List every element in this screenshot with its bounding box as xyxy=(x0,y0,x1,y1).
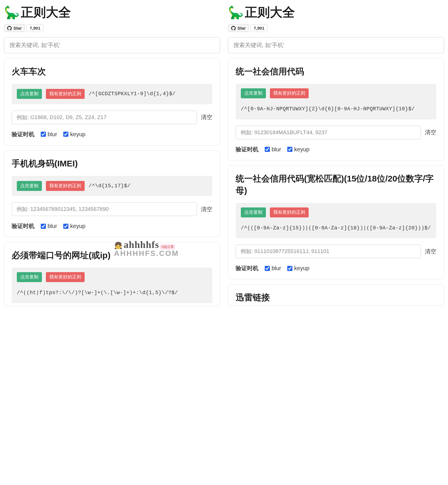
page-title: 🦕 正则大全 xyxy=(4,4,220,21)
star-label: Star xyxy=(13,26,22,30)
github-star-count[interactable]: 7,901 xyxy=(251,24,268,32)
search-input[interactable] xyxy=(228,37,444,53)
blur-checkbox-label[interactable]: blur xyxy=(41,223,57,229)
github-star-button[interactable]: Star xyxy=(4,24,25,32)
blur-checkbox[interactable] xyxy=(265,147,270,152)
title-text: 正则大全 xyxy=(21,4,71,21)
example-input[interactable] xyxy=(12,111,197,124)
keyup-checkbox-label[interactable]: keyup xyxy=(287,146,309,153)
input-row: 清空 xyxy=(236,126,436,139)
blur-checkbox[interactable] xyxy=(265,266,270,271)
github-star-button[interactable]: Star xyxy=(228,24,249,32)
input-row: 清空 xyxy=(12,111,212,124)
regex-block: 点击复制 我有更好的正则 /^[GCDZTSPKXLY1-9]\d{1,4}$/ xyxy=(12,84,212,104)
blur-checkbox-label[interactable]: blur xyxy=(265,265,281,272)
github-icon xyxy=(231,26,236,30)
github-star-count[interactable]: 7,901 xyxy=(27,24,44,32)
copy-button[interactable]: 点击复制 xyxy=(17,89,42,99)
github-icon xyxy=(7,26,12,30)
regex-card: 迅雷链接 xyxy=(228,284,444,305)
regex-code: /^(([0-9A-Za-z]{15})|([0-9A-Za-z]{18})|(… xyxy=(241,223,431,234)
search-input[interactable] xyxy=(4,37,220,53)
verify-label: 验证时机 xyxy=(236,146,258,153)
regex-card: 手机机身码(IMEI) 点击复制 我有更好的正则 /^\d{15,17}$/ 清… xyxy=(4,150,220,237)
regex-code: /^[0-9A-HJ-NPQRTUWXY]{2}\d{6}[0-9A-HJ-NP… xyxy=(241,103,415,115)
example-input[interactable] xyxy=(236,244,421,258)
verify-row: 验证时机 blur keyup xyxy=(236,146,436,153)
verify-label: 验证时机 xyxy=(236,264,258,272)
keyup-checkbox-label[interactable]: keyup xyxy=(63,131,85,138)
github-badge: Star 7,901 xyxy=(4,24,220,32)
verify-label: 验证时机 xyxy=(12,222,34,230)
dino-icon: 🦕 xyxy=(228,5,244,20)
blur-text: blur xyxy=(48,223,57,229)
card-title: 统一社会信用代码(宽松匹配)(15位/18位/20位数字/字母) xyxy=(236,173,436,197)
input-row: 清空 xyxy=(236,244,436,258)
clear-button[interactable]: 清空 xyxy=(425,129,436,136)
verify-row: 验证时机 blur keyup xyxy=(12,131,212,138)
copy-button[interactable]: 点击复制 xyxy=(17,272,42,282)
input-row: 清空 xyxy=(12,202,212,216)
regex-block: 点击复制 我有更好的正则 /^(([0-9A-Za-z]{15})|([0-9A… xyxy=(236,203,436,239)
header: 🦕 正则大全 Star 7,901 xyxy=(4,4,220,32)
example-input[interactable] xyxy=(236,126,421,139)
regex-card: 统一社会信用代码(宽松匹配)(15位/18位/20位数字/字母) 点击复制 我有… xyxy=(228,166,444,280)
better-regex-button[interactable]: 我有更好的正则 xyxy=(46,89,85,99)
header: 🦕 正则大全 Star 7,901 xyxy=(228,4,444,32)
blur-text: blur xyxy=(272,146,281,153)
better-regex-button[interactable]: 我有更好的正则 xyxy=(46,272,85,282)
regex-card: 火车车次 点击复制 我有更好的正则 /^[GCDZTSPKXLY1-9]\d{1… xyxy=(4,58,220,145)
keyup-checkbox-label[interactable]: keyup xyxy=(287,265,309,272)
regex-code: /^\d{15,17}$/ xyxy=(89,180,131,192)
keyup-checkbox[interactable] xyxy=(63,224,68,229)
blur-checkbox[interactable] xyxy=(41,132,46,137)
blur-text: blur xyxy=(272,265,281,272)
better-regex-button[interactable]: 我有更好的正则 xyxy=(46,181,85,191)
copy-button[interactable]: 点击复制 xyxy=(241,88,266,98)
keyup-text: keyup xyxy=(70,131,85,138)
card-title: 火车车次 xyxy=(12,66,212,78)
title-text: 正则大全 xyxy=(245,4,295,21)
blur-text: blur xyxy=(48,131,57,138)
blur-checkbox-label[interactable]: blur xyxy=(41,131,57,138)
copy-button[interactable]: 点击复制 xyxy=(17,181,42,191)
regex-block: 点击复制 我有更好的正则 /^((ht|f)tps?:\/\/)?[\w-]+(… xyxy=(12,268,212,303)
blur-checkbox[interactable] xyxy=(41,224,46,229)
star-label: Star xyxy=(237,26,246,30)
dino-icon: 🦕 xyxy=(4,5,20,20)
keyup-checkbox-label[interactable]: keyup xyxy=(63,223,85,229)
right-column: 🦕 正则大全 Star 7,901 统一社会信用代码 点击复制 我有更好的正则 … xyxy=(228,4,444,306)
better-regex-button[interactable]: 我有更好的正则 xyxy=(270,207,309,217)
clear-button[interactable]: 清空 xyxy=(201,113,212,121)
keyup-text: keyup xyxy=(294,265,309,272)
regex-block: 点击复制 我有更好的正则 /^[0-9A-HJ-NPQRTUWXY]{2}\d{… xyxy=(236,84,436,119)
copy-button[interactable]: 点击复制 xyxy=(241,207,266,217)
regex-block: 点击复制 我有更好的正则 /^\d{15,17}$/ xyxy=(12,176,212,196)
card-title: 迅雷链接 xyxy=(236,292,436,303)
card-title: 手机机身码(IMEI) xyxy=(12,158,212,170)
left-column: 🦕 正则大全 Star 7,901 火车车次 点击复制 我有更好的正则 /^[G… xyxy=(4,4,220,306)
github-badge: Star 7,901 xyxy=(228,24,444,32)
keyup-checkbox[interactable] xyxy=(287,147,292,152)
blur-checkbox-label[interactable]: blur xyxy=(265,146,281,153)
keyup-checkbox[interactable] xyxy=(63,132,68,137)
regex-code: /^[GCDZTSPKXLY1-9]\d{1,4}$/ xyxy=(89,88,176,100)
verify-row: 验证时机 blur keyup xyxy=(12,222,212,230)
regex-card: 必须带端口号的网址(或ip) 点击复制 我有更好的正则 /^((ht|f)tps… xyxy=(4,242,220,306)
verify-label: 验证时机 xyxy=(12,131,34,138)
regex-code: /^((ht|f)tps?:\/\/)?[\w-]+(\.[\w-]+)+:\d… xyxy=(17,287,178,299)
better-regex-button[interactable]: 我有更好的正则 xyxy=(270,88,309,98)
card-title: 统一社会信用代码 xyxy=(236,66,436,78)
clear-button[interactable]: 清空 xyxy=(201,205,212,213)
verify-row: 验证时机 blur keyup xyxy=(236,264,436,272)
example-input[interactable] xyxy=(12,202,197,216)
page-title: 🦕 正则大全 xyxy=(228,4,444,21)
keyup-text: keyup xyxy=(294,146,309,153)
keyup-text: keyup xyxy=(70,223,85,229)
keyup-checkbox[interactable] xyxy=(287,266,292,271)
card-title: 必须带端口号的网址(或ip) xyxy=(12,249,212,261)
regex-card: 统一社会信用代码 点击复制 我有更好的正则 /^[0-9A-HJ-NPQRTUW… xyxy=(228,58,444,160)
clear-button[interactable]: 清空 xyxy=(425,248,436,255)
